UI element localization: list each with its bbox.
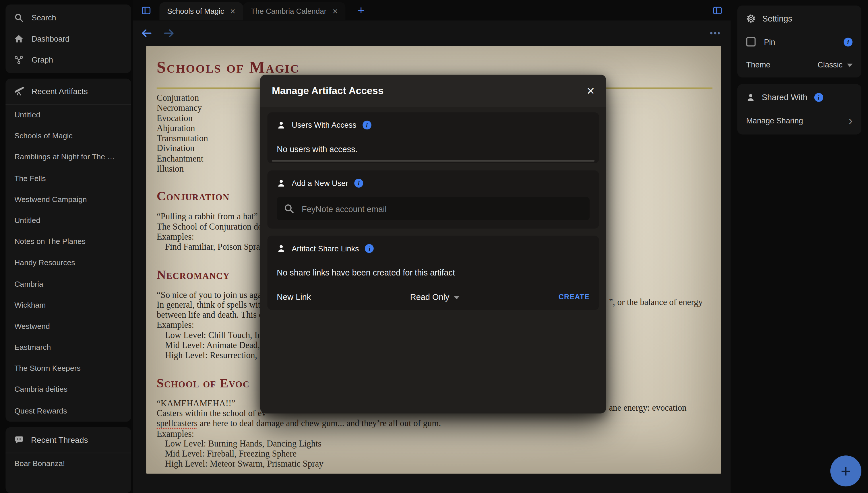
person-icon <box>277 179 285 188</box>
artifact-list-item[interactable]: Cambria <box>5 274 131 295</box>
user-email-input[interactable] <box>300 203 583 214</box>
artifact-list-item[interactable]: Untitled <box>5 210 131 232</box>
tab-bar: Schools of Magic × The Cambria Calendar … <box>133 0 731 20</box>
settings-header: Settings <box>746 14 852 23</box>
artifact-list-item[interactable]: Notes on The Planes <box>5 231 131 253</box>
telescope-icon <box>14 87 24 96</box>
sidebar-item-label: Graph <box>31 56 53 64</box>
shared-with-header: Shared With i <box>746 92 852 102</box>
theme-row: Theme Classic <box>746 60 852 69</box>
more-menu-icon[interactable] <box>708 30 722 37</box>
permission-value: Read Only <box>410 292 449 302</box>
chevron-right-icon: › <box>849 115 852 126</box>
artifact-list-item[interactable]: Untitled <box>5 104 131 126</box>
forward-button[interactable] <box>163 29 174 38</box>
add-new-user-section: Add a New User i <box>267 170 599 229</box>
thread-list-item[interactable]: Boar Bonanza! <box>5 453 131 474</box>
document-line: High Level: Meteor Swarm, Prismatic Spra… <box>157 459 713 469</box>
scrollbar[interactable] <box>272 160 594 162</box>
info-icon[interactable]: i <box>362 121 372 129</box>
artifact-list-item[interactable]: Schools of Magic <box>5 126 131 147</box>
recent-threads-title: Recent Threads <box>31 435 88 444</box>
document-line-fragment: ane energy: evocation <box>609 403 686 413</box>
person-icon <box>277 244 285 253</box>
tab-list: Schools of Magic × The Cambria Calendar … <box>159 0 345 20</box>
recent-artifacts-title: Recent Artifacts <box>31 87 88 96</box>
shared-with-card: Shared With i Manage Sharing › <box>737 84 862 134</box>
artifact-list-item[interactable]: Cambria deities <box>5 379 131 401</box>
settings-title: Settings <box>762 14 792 23</box>
recent-artifacts-card: Recent Artifacts UntitledSchools of Magi… <box>5 79 131 422</box>
panel-toggle-icon <box>713 6 722 14</box>
recent-threads-header: Recent Threads <box>5 427 131 453</box>
artifact-list-item[interactable]: The Storm Keepers <box>5 358 131 379</box>
close-icon[interactable]: × <box>587 84 594 97</box>
sidebar-item-search[interactable]: Search <box>5 7 131 28</box>
tab-label: Schools of Magic <box>167 7 224 16</box>
left-panel-toggle-button[interactable] <box>133 0 160 20</box>
manage-sharing-button[interactable]: Manage Sharing › <box>746 115 852 126</box>
empty-state-text: No users with access. <box>277 144 590 154</box>
artifact-list-item[interactable]: Ramblings at Night for The … <box>5 147 131 168</box>
sidebar-item-dashboard[interactable]: Dashboard <box>5 28 131 49</box>
info-icon[interactable]: i <box>844 37 852 46</box>
new-tab-button[interactable]: + <box>354 4 368 16</box>
search-icon <box>14 13 23 22</box>
document-line: Mid Level: Fireball, Freezing Sphere <box>157 449 713 459</box>
artifact-list-item[interactable]: Quest Rewards <box>5 401 131 422</box>
document-line: Low Level: Burning Hands, Dancing Lights <box>157 439 713 449</box>
create-link-button[interactable]: CREATE <box>558 293 590 301</box>
info-icon[interactable]: i <box>354 179 363 188</box>
manage-artifact-access-dialog: Manage Artifact Access × Users With Acce… <box>260 74 606 413</box>
right-panel-toggle-button[interactable] <box>704 0 731 20</box>
panel-toggle-icon <box>142 6 151 14</box>
document-line-fragment: ”, or the balance of energy <box>609 297 703 307</box>
document-line: Examples: <box>157 429 713 439</box>
theme-value: Classic <box>818 60 843 69</box>
graph-icon <box>14 56 23 64</box>
artifact-list-item[interactable]: Westwend Campaign <box>5 189 131 210</box>
pin-row: Pin i <box>746 37 852 46</box>
email-search-box <box>277 197 590 220</box>
artifact-list-item[interactable]: Eastmarch <box>5 337 131 359</box>
info-icon[interactable]: i <box>814 93 823 102</box>
manage-sharing-label: Manage Sharing <box>746 116 803 125</box>
empty-state-text: No share links have been created for thi… <box>277 268 590 277</box>
section-title: Users With Access <box>292 121 356 129</box>
section-header: Users With Access i <box>277 121 590 129</box>
settings-card: Settings Pin i Theme Classic <box>737 5 862 78</box>
dialog-header: Manage Artifact Access × <box>260 74 606 107</box>
artifact-list-item[interactable]: Westwend <box>5 316 131 337</box>
tab[interactable]: The Cambria Calendar × <box>243 2 345 21</box>
new-link-label: New Link <box>277 292 311 302</box>
chevron-down-icon <box>847 64 852 67</box>
back-button[interactable] <box>141 29 152 38</box>
add-artifact-fab[interactable]: + <box>830 455 862 487</box>
artifact-list-item[interactable]: The Fells <box>5 168 131 189</box>
permission-dropdown[interactable]: Read Only <box>311 292 558 302</box>
theme-dropdown[interactable]: Classic <box>818 60 852 69</box>
gear-icon <box>746 14 756 23</box>
right-panel: Settings Pin i Theme Classic Shared With… <box>731 0 868 493</box>
app-window: Search Dashboard Graph Recent Artifacts … <box>0 0 868 493</box>
pin-label: Pin <box>764 37 775 46</box>
sidebar-item-graph[interactable]: Graph <box>5 49 131 70</box>
chat-bubble-icon <box>14 435 24 444</box>
tab-close-icon[interactable]: × <box>333 7 338 16</box>
pin-checkbox[interactable] <box>746 37 756 46</box>
left-sidebar: Search Dashboard Graph Recent Artifacts … <box>0 0 133 493</box>
recent-threads-card: Recent Threads Boar Bonanza! <box>5 427 131 493</box>
chevron-down-icon <box>454 296 459 299</box>
sidebar-nav-card: Search Dashboard Graph <box>5 4 131 73</box>
artifact-list-item[interactable]: Wickham <box>5 295 131 316</box>
section-title: Add a New User <box>292 179 348 188</box>
tab-label: The Cambria Calendar <box>251 7 326 16</box>
tab-close-icon[interactable]: × <box>230 7 235 16</box>
artifact-list-item[interactable]: Handy Resources <box>5 253 131 274</box>
dialog-title: Manage Artifact Access <box>272 85 383 97</box>
tab[interactable]: Schools of Magic × <box>159 2 243 21</box>
sidebar-item-label: Dashboard <box>31 35 69 43</box>
arrow-left-icon <box>141 29 152 38</box>
info-icon[interactable]: i <box>365 244 374 253</box>
users-with-access-section: Users With Access i No users with access… <box>267 112 599 163</box>
